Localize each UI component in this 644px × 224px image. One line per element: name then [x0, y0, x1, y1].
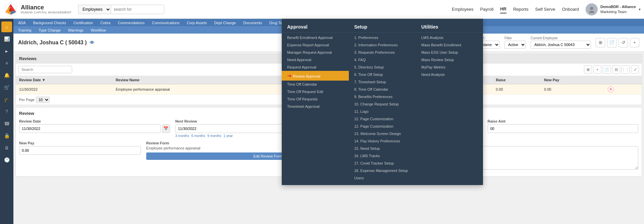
filter-button[interactable]: ⊟	[612, 65, 620, 74]
menu-item-expense-mgmt[interactable]: 18. Expense Management Setup	[349, 167, 416, 174]
menu-item-mass-benefit[interactable]: Mass Benefit Enrollment	[416, 41, 483, 49]
sidebar-chart-icon[interactable]: 📊	[1, 34, 12, 44]
col-review-name[interactable]: Review Name	[112, 76, 290, 84]
menu-item-covid-tracker[interactable]: 17. Covid Tracker Setup	[349, 160, 416, 167]
menu-item-mass-review[interactable]: Mass Review Setup	[416, 56, 483, 63]
menu-item-faq[interactable]: 4. FAQ	[349, 56, 416, 63]
tab-corp-assets[interactable]: Corp Assets	[183, 19, 210, 26]
document-button[interactable]: 📄	[607, 38, 616, 47]
tab-documents[interactable]: Documents	[240, 19, 265, 26]
nav-onboard[interactable]: Onboard	[562, 5, 579, 13]
tab-dept-change[interactable]: Dept Change	[211, 19, 239, 26]
user-dropdown-icon[interactable]: ▾	[639, 7, 641, 12]
sidebar-home-icon[interactable]: ⌂	[1, 21, 12, 32]
search-dropdown[interactable]: Employees	[78, 5, 111, 14]
col-new-pay[interactable]: New Pay	[541, 76, 604, 84]
menu-item-page-custom-2[interactable]: 12. Page Customization	[349, 123, 416, 130]
user-name: DemoBDR - Alliance	[600, 4, 636, 9]
shortcut-1year[interactable]: 1 year	[223, 134, 233, 138]
nav-selfserve[interactable]: Self Serve	[535, 5, 555, 13]
menu-item-directory-setup[interactable]: 5. Directory Setup	[349, 63, 416, 71]
expand-button[interactable]: ⤢	[631, 65, 639, 74]
history-button[interactable]: ↺	[619, 38, 628, 47]
menu-item-users[interactable]: Users	[349, 174, 416, 182]
table-view-button[interactable]: ⊞	[584, 65, 592, 74]
menu-item-manager-request[interactable]: Manager Request Approval	[282, 49, 349, 56]
search-input[interactable]	[111, 5, 164, 14]
sidebar-phone-icon[interactable]: ☎	[1, 118, 12, 129]
tab-ada[interactable]: ADA	[15, 19, 29, 26]
reviews-title: Reviews	[19, 56, 37, 61]
menu-item-request-approval[interactable]: Request Approval	[282, 63, 349, 71]
tab-commendations[interactable]: Commendations	[114, 19, 148, 26]
menu-item-welcome-screen[interactable]: 13. Welcome Screen Design	[349, 130, 416, 137]
delete-row-button[interactable]: ✕	[608, 86, 614, 92]
sidebar-nav-icon[interactable]: ▶	[1, 46, 12, 56]
menu-item-review-approval[interactable]: ➜Review Approval	[282, 71, 349, 81]
sidebar-cart-icon[interactable]: 🛒	[1, 82, 12, 93]
menu-item-time-off-request-edit[interactable]: Time Off Request Edit	[282, 88, 349, 95]
grid-view-button[interactable]: ⊞	[596, 38, 605, 47]
sidebar-grad-icon[interactable]: 🎓	[1, 94, 12, 105]
menu-item-page-custom-1[interactable]: 12. Page Customization	[349, 115, 416, 123]
sidebar-list-icon[interactable]: ≡	[1, 58, 12, 69]
add-button[interactable]: +	[630, 38, 639, 47]
col-raise[interactable]: Raise	[492, 76, 541, 84]
menu-item-lms-tracks[interactable]: 16. LMS Tracks	[349, 152, 416, 160]
tab-background[interactable]: Background Checks	[30, 19, 69, 26]
current-emp-select[interactable]: Aldrich, Joshua C 50043	[531, 41, 591, 49]
review-date-input[interactable]	[19, 124, 161, 133]
new-pay-input[interactable]	[19, 146, 141, 155]
menu-item-need-setup[interactable]: 15. Need Setup	[349, 145, 416, 152]
menu-item-mass-ess[interactable]: Mass ESS User Setup	[416, 49, 483, 56]
menu-item-timeoff-setup[interactable]: 6. Time Off Setup	[349, 71, 416, 78]
menu-item-lms-analysis[interactable]: LMS Analysis	[416, 34, 483, 41]
menu-item-time-off-calendar[interactable]: Time Off Calendar	[282, 81, 349, 88]
per-page-select[interactable]: 10 25 50	[36, 97, 50, 103]
menu-item-preferences[interactable]: 1. Preferences	[349, 34, 416, 41]
columns-button[interactable]: ⋮⋮	[622, 65, 630, 74]
menu-item-expense-report[interactable]: Expense Report Approval	[282, 41, 349, 49]
menu-item-timesheet-approval[interactable]: Timesheet Approval	[282, 103, 349, 110]
menu-item-timesheet-setup[interactable]: 7. Timesheet Setup	[349, 78, 416, 86]
col-review-date[interactable]: Review Date ▼	[16, 76, 112, 84]
sidebar-lock-icon[interactable]: 🔒	[1, 130, 12, 141]
tab-cobra[interactable]: Cobra	[97, 19, 114, 26]
tab-warnings[interactable]: Warnings	[65, 27, 87, 34]
menu-item-logo[interactable]: 11. Logo	[349, 108, 416, 115]
menu-item-change-request-setup[interactable]: 10. Change Request Setup	[349, 100, 416, 108]
reviews-search-input[interactable]	[18, 66, 72, 73]
review-date-calendar-button[interactable]: 📅	[162, 124, 170, 133]
tab-training[interactable]: Training	[15, 27, 35, 34]
nav-hr[interactable]: HR	[500, 5, 506, 13]
sidebar-clock-icon[interactable]: 🕐	[1, 154, 12, 165]
menu-item-timeoff-calendar[interactable]: 8. Time Off Calendar	[349, 86, 416, 93]
menu-item-time-off-requests[interactable]: Time Off Requests	[282, 95, 349, 103]
menu-item-mypay-metrics[interactable]: MyPay Metrics	[416, 63, 483, 71]
menu-item-requests-prefs[interactable]: 3. Requests Preferences	[349, 49, 416, 56]
filter-select[interactable]: Active	[504, 41, 526, 49]
nav-employees[interactable]: Employees	[452, 5, 473, 13]
sidebar-monitor-icon[interactable]: 🖥	[1, 142, 12, 153]
shortcut-9months[interactable]: 9 months	[207, 134, 221, 138]
shortcut-6months[interactable]: 6 months	[191, 134, 205, 138]
nav-reports[interactable]: Reports	[513, 5, 529, 13]
tab-type-change[interactable]: Type Change	[35, 27, 64, 34]
shortcut-3months[interactable]: 3 months	[175, 134, 189, 138]
menu-item-info-prefs[interactable]: 2. Information Preferences	[349, 41, 416, 49]
menu-item-need-analysis[interactable]: Need Analysis	[416, 71, 483, 78]
add-review-button[interactable]: +	[593, 65, 601, 74]
menu-item-pay-history[interactable]: 14. Pay History Preferences	[349, 137, 416, 145]
view-employee-icon[interactable]: 👁	[90, 40, 94, 45]
tab-certification[interactable]: Certification	[70, 19, 96, 26]
tab-workflow[interactable]: Workflow	[88, 27, 109, 34]
tab-communications[interactable]: Communications	[149, 19, 183, 26]
menu-item-need-approval[interactable]: Need Approval	[282, 56, 349, 63]
menu-item-benefit-enrollment[interactable]: Benefit Enrollment Approval	[282, 34, 349, 41]
sidebar-help-icon[interactable]: ?	[1, 106, 12, 117]
export-button[interactable]: 📄	[603, 65, 611, 74]
nav-payroll[interactable]: Payroll	[480, 5, 493, 13]
raise-amt-input[interactable]	[488, 124, 639, 133]
sidebar-bell-icon[interactable]: 🔔	[1, 70, 12, 81]
menu-item-benefits-prefs[interactable]: 9. Benefits Preferences	[349, 93, 416, 100]
